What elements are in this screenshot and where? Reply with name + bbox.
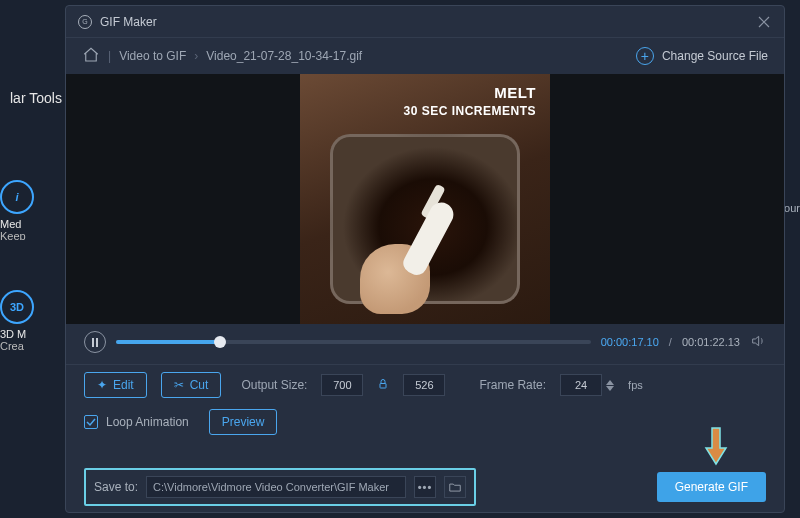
preview-button[interactable]: Preview <box>209 409 278 435</box>
bg-tool2-title: 3D M <box>0 328 70 340</box>
volume-icon <box>750 333 766 349</box>
preview-caption-line1: MELT <box>403 84 536 101</box>
home-button[interactable] <box>82 46 100 67</box>
scissors-icon: ✂ <box>174 378 184 392</box>
app-icon: G <box>78 15 92 29</box>
edit-button-label: Edit <box>113 378 134 392</box>
svg-rect-0 <box>380 383 386 388</box>
settings-row: ✦ Edit ✂ Cut Output Size: Frame Rate: fp… <box>66 365 784 405</box>
background-tool-card: 3D 3D M Crea 2D <box>0 290 70 350</box>
fps-unit-label: fps <box>628 379 643 391</box>
breadcrumb-chevron-icon: › <box>194 49 198 63</box>
pause-button[interactable] <box>84 331 106 353</box>
loop-animation-label: Loop Animation <box>106 415 189 429</box>
output-size-label: Output Size: <box>241 378 307 392</box>
lock-icon <box>377 378 389 390</box>
options-row: Loop Animation Preview <box>66 405 784 439</box>
frame-rate-input[interactable] <box>560 374 602 396</box>
cut-button[interactable]: ✂ Cut <box>161 372 222 398</box>
more-options-button[interactable]: ••• <box>414 476 436 498</box>
close-button[interactable] <box>756 14 772 30</box>
breadcrumb-separator: | <box>108 49 111 63</box>
bg-tool1-title: Med <box>0 218 70 230</box>
home-icon <box>82 46 100 64</box>
close-icon <box>757 15 771 29</box>
bg-tool2-line1: Crea <box>0 340 70 350</box>
info-icon: i <box>0 180 34 214</box>
volume-button[interactable] <box>750 333 766 351</box>
preview-caption: MELT 30 SEC INCREMENTS <box>403 84 536 119</box>
save-to-label: Save to: <box>94 480 138 494</box>
time-separator: / <box>669 336 672 348</box>
generate-gif-button[interactable]: Generate GIF <box>657 472 766 502</box>
magic-wand-icon: ✦ <box>97 378 107 392</box>
background-tool-card: i Med Keep want <box>0 180 70 240</box>
seek-slider[interactable] <box>116 340 591 344</box>
save-path-display[interactable]: C:\Vidmore\Vidmore Video Converter\GIF M… <box>146 476 406 498</box>
folder-icon <box>448 480 462 494</box>
preview-frame: MELT 30 SEC INCREMENTS <box>300 74 550 324</box>
attention-arrow-icon <box>704 426 728 469</box>
check-icon <box>86 417 96 427</box>
output-height-input[interactable] <box>403 374 445 396</box>
background-sidebar-heading: lar Tools <box>0 90 70 120</box>
seek-fill <box>116 340 220 344</box>
total-time: 00:01:22.13 <box>682 336 740 348</box>
cut-button-label: Cut <box>190 378 209 392</box>
save-path-group-highlight: Save to: C:\Vidmore\Vidmore Video Conver… <box>84 468 476 506</box>
chevron-down-icon <box>606 386 614 391</box>
save-row: Save to: C:\Vidmore\Vidmore Video Conver… <box>66 462 784 512</box>
plus-circle-icon: + <box>636 47 654 65</box>
ellipsis-icon: ••• <box>418 481 433 493</box>
player-controls: 00:00:17.10/00:01:22.13 <box>66 324 784 360</box>
nav-row: | Video to GIF › Video_21-07-28_10-34-17… <box>66 38 784 74</box>
output-width-input[interactable] <box>321 374 363 396</box>
chevron-up-icon <box>606 380 614 385</box>
gif-maker-dialog: G GIF Maker | Video to GIF › Video_21-07… <box>65 5 785 513</box>
frame-rate-label: Frame Rate: <box>479 378 546 392</box>
change-source-label: Change Source File <box>662 49 768 63</box>
checkbox-box <box>84 415 98 429</box>
seek-thumb[interactable] <box>214 336 226 348</box>
breadcrumb-current-file: Video_21-07-28_10-34-17.gif <box>206 49 362 63</box>
change-source-button[interactable]: + Change Source File <box>636 47 768 65</box>
preview-button-label: Preview <box>222 415 265 429</box>
preview-caption-line2: 30 SEC INCREMENTS <box>403 104 536 118</box>
loop-animation-checkbox[interactable]: Loop Animation <box>84 415 189 429</box>
edit-button[interactable]: ✦ Edit <box>84 372 147 398</box>
breadcrumb-video-to-gif[interactable]: Video to GIF <box>119 49 186 63</box>
frame-rate-stepper[interactable] <box>606 380 614 391</box>
lock-aspect-button[interactable] <box>377 378 389 393</box>
bg-tool1-line1: Keep <box>0 230 70 240</box>
titlebar: G GIF Maker <box>66 6 784 38</box>
video-preview[interactable]: MELT 30 SEC INCREMENTS <box>66 74 784 324</box>
threed-icon: 3D <box>0 290 34 324</box>
current-time: 00:00:17.10 <box>601 336 659 348</box>
open-folder-button[interactable] <box>444 476 466 498</box>
window-title: GIF Maker <box>100 15 157 29</box>
